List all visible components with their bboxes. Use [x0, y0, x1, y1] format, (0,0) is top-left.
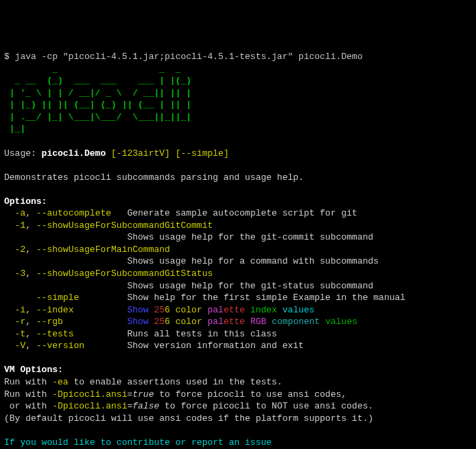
opt-long: --showUsageForSubcommandGitCommit — [36, 220, 213, 231]
opt-long: --simple — [36, 292, 79, 303]
opt-short: -1 — [15, 220, 26, 231]
footer-line: If you would like to contribute or repor… — [4, 437, 272, 448]
opt-short: -V — [15, 341, 26, 351]
ascii-art-line: | '_ \ | | / __|/ _ \ / __|| || | — [4, 88, 191, 98]
vm-line: Run with -ea to enable assertions used i… — [4, 377, 283, 387]
color-word: 25 — [154, 316, 165, 327]
vm-line: or with -Dpicocli.ansi=false to force pi… — [4, 401, 373, 411]
color-word: Show — [127, 316, 148, 327]
vm-line: (By default picocli will use ansi codes … — [4, 413, 373, 424]
ascii-art-line: _ __ (_) ___ ___ ___ | |(_) — [4, 76, 191, 86]
description: Demonstrates picocli subcommands parsing… — [4, 172, 304, 183]
color-word: values — [283, 305, 315, 315]
color-word: 25 — [154, 305, 165, 315]
color-word: pal — [208, 316, 224, 327]
opt-short: -r — [15, 316, 26, 327]
command-line: java -cp "picocli-4.5.1.jar;picocli-4.5.… — [15, 51, 363, 62]
opt-desc: Generate sample autocomplete script for … — [127, 208, 357, 218]
vm-options-header: VM Options: — [4, 365, 63, 375]
opt-desc: Runs all tests in this class — [127, 329, 276, 339]
opt-short: -a — [15, 208, 26, 218]
usage-opts: [-123airtV] — [111, 148, 170, 159]
color-word: index — [250, 305, 277, 315]
opt-long: --showUsageForSubcommandGitStatus — [36, 268, 213, 279]
usage-label: Usage: — [4, 148, 42, 159]
color-word: ette — [224, 316, 245, 327]
color-word: values — [325, 316, 357, 327]
opt-desc: Show version information and exit — [127, 341, 303, 351]
opt-long: --version — [36, 341, 84, 351]
opt-long: --index — [36, 305, 74, 315]
usage-opts: [--simple] — [176, 148, 229, 159]
ascii-art-line: |_| — [4, 124, 25, 134]
options-header: Options: — [4, 196, 47, 207]
ascii-art-line: | .__/ |_| \___|\___/ \___||_||_| — [4, 112, 191, 122]
opt-desc: Shows usage help for a command with subc… — [127, 256, 379, 266]
color-word: pal — [208, 305, 224, 315]
opt-long: --tests — [36, 329, 74, 339]
opt-desc: Show help for the first simple Example i… — [127, 292, 405, 303]
usage-command: picocli.Demo — [42, 148, 106, 159]
ascii-art-line: _ _ _ — [4, 64, 180, 74]
opt-short: -i — [15, 305, 26, 315]
color-word: RGB — [250, 316, 266, 327]
opt-short: -t — [15, 329, 26, 339]
color-word: component — [272, 316, 320, 327]
vm-line: Run with -Dpicocli.ansi=true to force pi… — [4, 389, 346, 400]
opt-long: --autocomplete — [36, 208, 111, 218]
ascii-art-line: | |_) || || (__| (_) || (__ | || | — [4, 100, 191, 110]
opt-short: -2 — [15, 244, 26, 255]
color-word: 6 color — [165, 316, 202, 327]
opt-desc: Shows usage help for the git-status subc… — [127, 281, 373, 291]
prompt: $ — [4, 51, 15, 62]
opt-long: --showUsageForMainCommand — [36, 244, 170, 255]
opt-desc: Shows usage help for the git-commit subc… — [127, 232, 373, 242]
color-word: 6 color — [165, 305, 202, 315]
color-word: ette — [224, 305, 245, 315]
opt-long: --rgb — [36, 316, 63, 327]
color-word: Show — [127, 305, 148, 315]
opt-short: -3 — [15, 268, 26, 279]
